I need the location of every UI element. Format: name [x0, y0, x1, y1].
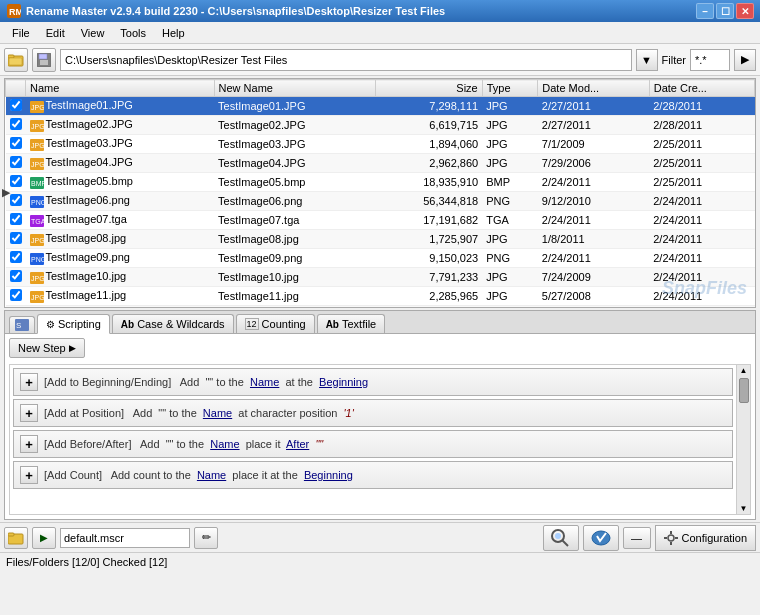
menu-item-view[interactable]: View — [73, 25, 113, 41]
find-button[interactable] — [543, 525, 579, 551]
close-button[interactable]: ✕ — [736, 3, 754, 19]
row-name: TGA TestImage07.tga — [26, 211, 215, 230]
save-button[interactable] — [32, 48, 56, 72]
row-cre: 2/24/2011 — [649, 230, 754, 249]
row-type: JPG — [482, 287, 538, 306]
open-folder-button[interactable] — [4, 48, 28, 72]
row-checkbox[interactable] — [6, 116, 26, 135]
svg-rect-7 — [40, 60, 48, 65]
tab-case-label: Case & Wildcards — [137, 318, 224, 330]
step-2-add-button[interactable]: + — [20, 404, 38, 422]
file-rows: JPG TestImage01.JPG TestImage01.JPG 7,29… — [6, 97, 755, 309]
row-newname: TestImage05.bmp — [214, 173, 375, 192]
row-size: 2,962,860 — [376, 154, 483, 173]
script-step-1[interactable]: + [Add to Beginning/Ending] Add "" to th… — [13, 368, 733, 396]
table-row[interactable]: JPG TestImage08.jpg TestImage08.jpg 1,72… — [6, 230, 755, 249]
row-cre: 2/24/2011 — [649, 268, 754, 287]
row-checkbox[interactable] — [6, 154, 26, 173]
config-icon — [664, 531, 678, 545]
row-checkbox[interactable] — [6, 287, 26, 306]
row-checkbox[interactable] — [6, 249, 26, 268]
script-step-3[interactable]: + [Add Before/After] Add "" to the Name … — [13, 430, 733, 458]
col-mod[interactable]: Date Mod... — [538, 80, 649, 97]
svg-rect-6 — [39, 54, 47, 59]
tab-case-wildcards[interactable]: Ab Case & Wildcards — [112, 314, 234, 333]
table-row[interactable]: JPG TestImage02.JPG TestImage02.JPG 6,61… — [6, 116, 755, 135]
row-checkbox[interactable] — [6, 306, 26, 309]
scroll-thumb[interactable] — [739, 378, 749, 403]
script-step-2[interactable]: + [Add at Position] Add "" to the Name a… — [13, 399, 733, 427]
file-list[interactable]: Name New Name Size Type Date Mod... Date… — [4, 78, 756, 308]
col-size[interactable]: Size — [376, 80, 483, 97]
table-row[interactable]: JPG TestImage04.JPG TestImage04.JPG 2,96… — [6, 154, 755, 173]
menu-item-tools[interactable]: Tools — [112, 25, 154, 41]
table-row[interactable]: JPG TestImage03.JPG TestImage03.JPG 1,89… — [6, 135, 755, 154]
row-name: JPG TestImage10.jpg — [26, 268, 215, 287]
col-newname[interactable]: New Name — [214, 80, 375, 97]
col-cre[interactable]: Date Cre... — [649, 80, 754, 97]
step-4-add-button[interactable]: + — [20, 466, 38, 484]
step-1-add-button[interactable]: + — [20, 373, 38, 391]
table-row[interactable]: PNG TestImage06.png TestImage06.png 56,3… — [6, 192, 755, 211]
script-filename-input[interactable] — [60, 528, 190, 548]
filter-arrow-button[interactable]: ▶ — [734, 49, 756, 71]
step-1-text: [Add to Beginning/Ending] Add "" to the … — [44, 376, 368, 388]
tab-scripting-icon[interactable]: S — [9, 316, 35, 333]
row-name: BMP TestImage12.bmp — [26, 306, 215, 309]
table-row[interactable]: TGA TestImage07.tga TestImage07.tga 17,1… — [6, 211, 755, 230]
table-row[interactable]: BMP TestImage12.bmp TestImage12.bmp 483,… — [6, 306, 755, 309]
row-name: JPG TestImage02.JPG — [26, 116, 215, 135]
row-cre: 2/24/2011 — [649, 306, 754, 309]
row-checkbox[interactable] — [6, 268, 26, 287]
row-checkbox[interactable] — [6, 211, 26, 230]
table-row[interactable]: BMP TestImage05.bmp TestImage05.bmp 18,9… — [6, 173, 755, 192]
minimize-button[interactable]: – — [696, 3, 714, 19]
script-step-4[interactable]: + [Add Count] Add count to the Name plac… — [13, 461, 733, 489]
menu-item-edit[interactable]: Edit — [38, 25, 73, 41]
run-icon: ▶ — [40, 532, 48, 543]
row-newname: TestImage08.jpg — [214, 230, 375, 249]
row-mod: 1/8/2011 — [538, 230, 649, 249]
tab-scripting[interactable]: ⚙ Scripting — [37, 314, 110, 334]
configuration-button[interactable]: Configuration — [655, 525, 756, 551]
row-mod: 2/24/2011 — [538, 211, 649, 230]
run-script-button[interactable]: ▶ — [32, 527, 56, 549]
col-type[interactable]: Type — [482, 80, 538, 97]
edit-script-button[interactable]: ✏ — [194, 527, 218, 549]
scroll-up-button[interactable]: ▲ — [738, 365, 750, 376]
filter-input[interactable] — [690, 49, 730, 71]
dash-button[interactable]: — — [623, 527, 651, 549]
row-mod: 7/31/2006 — [538, 306, 649, 309]
tab-counting[interactable]: 12 Counting — [236, 314, 315, 333]
svg-text:JPG: JPG — [31, 237, 44, 244]
menu-item-file[interactable]: File — [4, 25, 38, 41]
step-3-add-button[interactable]: + — [20, 435, 38, 453]
row-checkbox[interactable] — [6, 97, 26, 116]
tab-count-label: Counting — [262, 318, 306, 330]
row-newname: TestImage09.png — [214, 249, 375, 268]
path-dropdown-button[interactable]: ▼ — [636, 49, 658, 71]
row-type: PNG — [482, 192, 538, 211]
path-input[interactable]: C:\Users\snapfiles\Desktop\Resizer Test … — [60, 49, 632, 71]
table-row[interactable]: JPG TestImage10.jpg TestImage10.jpg 7,79… — [6, 268, 755, 287]
table-row[interactable]: JPG TestImage11.jpg TestImage11.jpg 2,28… — [6, 287, 755, 306]
scroll-down-button[interactable]: ▼ — [738, 503, 750, 514]
svg-line-37 — [562, 540, 568, 546]
apply-button[interactable] — [583, 525, 619, 551]
row-cre: 2/28/2011 — [649, 97, 754, 116]
table-row[interactable]: JPG TestImage01.JPG TestImage01.JPG 7,29… — [6, 97, 755, 116]
table-row[interactable]: PNG TestImage09.png TestImage09.png 9,15… — [6, 249, 755, 268]
steps-scrollbar[interactable]: ▲ ▼ — [736, 365, 750, 514]
menu-item-help[interactable]: Help — [154, 25, 193, 41]
pencil-icon: ✏ — [202, 531, 211, 544]
row-checkbox[interactable] — [6, 135, 26, 154]
new-step-button[interactable]: New Step ▶ — [9, 338, 85, 358]
svg-point-40 — [668, 535, 674, 541]
open-script-button[interactable] — [4, 527, 28, 549]
row-checkbox[interactable] — [6, 230, 26, 249]
tab-textfile[interactable]: Ab Textfile — [317, 314, 386, 333]
col-name[interactable]: Name — [26, 80, 215, 97]
row-size: 6,619,715 — [376, 116, 483, 135]
row-mod: 7/1/2009 — [538, 135, 649, 154]
maximize-button[interactable]: ☐ — [716, 3, 734, 19]
